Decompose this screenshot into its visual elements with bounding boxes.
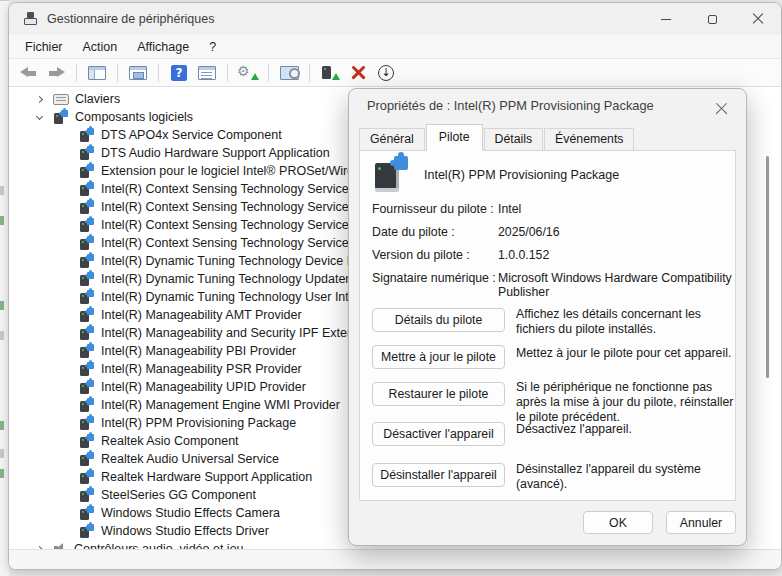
software-component-icon: [79, 398, 95, 413]
dialog-close-button[interactable]: [706, 96, 736, 120]
tree-item-label: Windows Studio Effects Camera: [101, 506, 280, 520]
software-component-icon: [79, 326, 95, 341]
tree-item-label: Intel(R) Context Sensing Technology Serv…: [101, 236, 349, 250]
update-driver-icon: [237, 64, 259, 81]
software-component-icon: [79, 506, 95, 521]
device-icon: [372, 156, 410, 193]
uninstall-x-icon: [351, 65, 366, 80]
software-component-icon: [79, 380, 95, 395]
tree-item-label: SteelSeries GG Component: [101, 488, 256, 502]
menu-bar: Fichier Action Affichage ?: [9, 35, 781, 58]
background-text-fragment: [0, 216, 4, 225]
forward-button[interactable]: [45, 61, 67, 85]
keyboard-icon: [53, 94, 69, 105]
tab-general[interactable]: Général: [359, 128, 425, 151]
roll-back-driver-button[interactable]: Restaurer le pilote: [372, 382, 505, 406]
field-label: Date du pilote :: [372, 225, 498, 239]
device-update-icon: [320, 65, 340, 81]
background-text-fragment: [0, 186, 4, 195]
tab-pilote[interactable]: Pilote: [426, 124, 483, 151]
menu-item-affichage[interactable]: Affichage: [127, 38, 199, 56]
tab-details[interactable]: Détails: [484, 128, 544, 151]
dialog-tabs: Général Pilote Détails Événements: [359, 123, 635, 150]
add-driver-button[interactable]: [319, 61, 341, 85]
close-button[interactable]: [735, 3, 781, 35]
screen: Gestionnaire de périphériques Fichier Ac…: [0, 0, 782, 576]
console-tree-icon: [88, 66, 106, 80]
disable-device-description: Désactivez l'appareil.: [516, 422, 737, 437]
tree-item-label: DTS APO4x Service Component: [101, 128, 282, 142]
toolbar: [9, 58, 781, 87]
menu-item-fichier[interactable]: Fichier: [15, 38, 73, 56]
window-controls: [643, 3, 781, 35]
help-icon: [171, 65, 187, 81]
toolbar-separator: [76, 64, 77, 82]
toolbar-separator: [227, 64, 228, 82]
background-text-fragment: [0, 301, 4, 310]
scan-hardware-changes-button[interactable]: [278, 61, 300, 85]
help-button[interactable]: [168, 61, 190, 85]
driver-details-button[interactable]: Détails du pilote: [372, 308, 505, 332]
tree-item-label: Intel(R) Dynamic Tuning Technology Devic…: [101, 254, 379, 268]
tree-item-label: DTS Audio Hardware Support Application: [101, 146, 330, 160]
software-component-icon: [79, 290, 95, 305]
uninstall-device-description: Désinstallez l'appareil du système (avan…: [516, 462, 737, 492]
disable-device-button[interactable]: Désactiver l'appareil: [372, 422, 505, 446]
forward-icon: [48, 66, 65, 79]
software-component-icon: [79, 254, 95, 269]
tab-evenements[interactable]: Événements: [544, 128, 634, 151]
chevron-down-icon[interactable]: [35, 116, 53, 119]
field-value: 1.0.0.152: [498, 248, 736, 262]
uninstall-device-button[interactable]: Désinstaller l'appareil: [372, 463, 505, 487]
status-bar: [9, 549, 781, 569]
tree-item-label: Realtek Hardware Support Application: [101, 470, 312, 484]
menu-item-action[interactable]: Action: [73, 38, 128, 56]
properties-button[interactable]: [127, 61, 149, 85]
disable-device-button[interactable]: [375, 61, 397, 85]
toolbar-separator: [309, 64, 310, 82]
scan-hardware-icon: [280, 66, 299, 80]
software-component-icon: [79, 146, 95, 161]
software-component-icon: [79, 200, 95, 215]
software-component-icon: [79, 164, 95, 179]
software-component-icon: [79, 218, 95, 233]
software-component-icon: [79, 416, 95, 431]
tree-item-label: Intel(R) Dynamic Tuning Technology Updat…: [101, 272, 373, 286]
menu-item-aide[interactable]: ?: [199, 38, 226, 56]
window-title: Gestionnaire de périphériques: [47, 12, 214, 26]
tree-item-label: Intel(R) Manageability and Security IPF …: [101, 326, 377, 340]
software-component-icon: [79, 470, 95, 485]
update-driver-button[interactable]: [237, 61, 259, 85]
software-component-icon: [79, 236, 95, 251]
software-component-icon: [53, 110, 69, 125]
tree-item-label: Realtek Audio Universal Service: [101, 452, 279, 466]
minimize-button[interactable]: [643, 3, 689, 35]
cancel-button[interactable]: Annuler: [666, 511, 736, 534]
chevron-right-icon[interactable]: [35, 97, 53, 102]
back-button[interactable]: [17, 61, 39, 85]
field-driver-provider: Fournisseur du pilote : Intel: [372, 202, 736, 216]
tree-item-label: Intel(R) Management Engine WMI Provider: [101, 398, 340, 412]
tree-item-label: Intel(R) Context Sensing Technology Serv…: [101, 182, 349, 196]
field-value: Microsoft Windows Hardware Compatibility…: [498, 271, 736, 299]
background-text-fragment: [0, 331, 4, 340]
tree-item-label: Realtek Asio Component: [101, 434, 239, 448]
tree-item-label: Intel(R) Dynamic Tuning Technology User …: [101, 290, 377, 304]
tree-item-label: Intel(R) Manageability PBI Provider: [101, 344, 296, 358]
tree-item-label: Intel(R) PPM Provisioning Package: [101, 416, 296, 430]
ok-button[interactable]: OK: [583, 511, 653, 534]
field-digital-signer: Signataire numérique : Microsoft Windows…: [372, 271, 736, 299]
field-label: Fournisseur du pilote :: [372, 202, 498, 216]
tree-item-label: Intel(R) Context Sensing Technology Serv…: [101, 200, 349, 214]
export-list-button[interactable]: [196, 61, 218, 85]
uninstall-device-button[interactable]: [347, 61, 369, 85]
update-driver-button[interactable]: Mettre à jour le pilote: [372, 345, 505, 369]
software-component-icon: [79, 344, 95, 359]
maximize-button[interactable]: [689, 3, 735, 35]
show-console-tree-button[interactable]: [86, 61, 108, 85]
disable-device-icon: [378, 65, 394, 81]
software-component-icon: [79, 488, 95, 503]
vertical-scrollbar[interactable]: [766, 156, 769, 378]
software-component-icon: [79, 524, 95, 539]
device-header: Intel(R) PPM Provisioning Package: [372, 156, 619, 193]
